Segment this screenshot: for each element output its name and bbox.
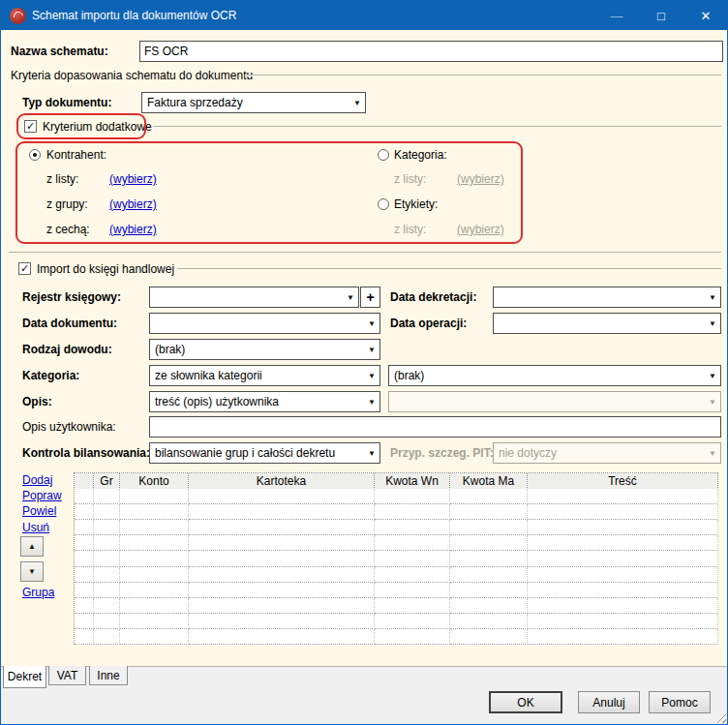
maximize-icon[interactable]: □ <box>642 1 681 30</box>
dodaj-link[interactable]: Dodaj <box>22 473 52 487</box>
rodzaj-dowodu-combo[interactable]: (brak) ▼ <box>149 339 380 360</box>
kontrahent-zlisty-link[interactable]: (wybierz) <box>109 172 157 186</box>
import-checkbox[interactable]: ✓ <box>18 262 31 275</box>
table-cell[interactable] <box>75 629 94 645</box>
table-cell[interactable] <box>120 520 189 535</box>
table-cell[interactable] <box>528 567 718 583</box>
table-cell[interactable] <box>375 535 450 551</box>
table-cell[interactable] <box>189 504 375 520</box>
pomoc-button[interactable]: Pomoc <box>649 691 711 713</box>
table-cell[interactable] <box>94 583 120 598</box>
table-cell[interactable] <box>75 567 94 583</box>
table-cell[interactable] <box>120 551 189 566</box>
table-cell[interactable] <box>375 520 450 535</box>
table-cell[interactable] <box>450 583 528 598</box>
table-cell[interactable] <box>528 551 718 566</box>
table-cell[interactable] <box>375 567 450 583</box>
table-cell[interactable] <box>189 629 375 645</box>
table-cell[interactable] <box>94 614 120 629</box>
popraw-link[interactable]: Popraw <box>22 489 62 502</box>
table-cell[interactable] <box>528 583 718 598</box>
decree-table[interactable]: GrKontoKartotekaKwota WnKwota MaTreść <box>74 472 718 645</box>
etykiety-radio[interactable] <box>378 198 389 210</box>
etykiety-zlisty-link[interactable]: (wybierz) <box>457 223 504 236</box>
anuluj-button[interactable]: Anuluj <box>578 691 640 713</box>
minimize-icon[interactable]: — <box>597 1 636 30</box>
extra-criterion-checkbox[interactable]: ✓ <box>24 120 37 133</box>
table-cell[interactable] <box>94 598 120 614</box>
schema-name-input[interactable] <box>139 41 723 62</box>
tab-dekret[interactable]: Dekret <box>3 666 46 688</box>
table-cell[interactable] <box>528 504 718 520</box>
table-cell[interactable] <box>75 504 94 520</box>
table-cell[interactable] <box>94 520 120 535</box>
table-cell[interactable] <box>94 489 120 504</box>
table-cell[interactable] <box>375 489 450 504</box>
table-cell[interactable] <box>375 583 450 598</box>
table-cell[interactable] <box>450 629 528 645</box>
doc-type-combo[interactable]: Faktura sprzedaży ▼ <box>141 92 366 113</box>
table-cell[interactable] <box>375 551 450 566</box>
table-cell[interactable] <box>375 614 450 629</box>
table-cell[interactable] <box>120 567 189 583</box>
table-cell[interactable] <box>189 598 375 614</box>
data-dekretacji-combo[interactable]: ▼ <box>493 287 721 308</box>
opis-combo[interactable]: treść (opis) użytkownika ▼ <box>149 391 380 412</box>
table-cell[interactable] <box>94 504 120 520</box>
table-cell[interactable] <box>120 583 189 598</box>
table-cell[interactable] <box>450 489 528 504</box>
rejestr-add-button[interactable]: + <box>360 287 380 308</box>
table-cell[interactable] <box>75 583 94 598</box>
table-cell[interactable] <box>450 567 528 583</box>
table-cell[interactable] <box>120 489 189 504</box>
kontrahent-zgrupy-link[interactable]: (wybierz) <box>109 197 157 211</box>
resize-grip-icon[interactable] <box>714 711 726 723</box>
table-cell[interactable] <box>450 504 528 520</box>
ok-button[interactable]: OK <box>489 691 562 713</box>
table-cell[interactable] <box>120 598 189 614</box>
usun-link[interactable]: Usuń <box>22 521 49 534</box>
table-cell[interactable] <box>528 614 718 629</box>
move-up-button[interactable]: ▲ <box>20 536 44 557</box>
table-cell[interactable] <box>528 520 718 535</box>
table-cell[interactable] <box>94 535 120 551</box>
table-cell[interactable] <box>528 489 718 504</box>
table-cell[interactable] <box>528 535 718 551</box>
kategoria-combo-2[interactable]: (brak) ▼ <box>388 365 721 386</box>
tab-inne[interactable]: Inne <box>89 666 128 685</box>
data-dokumentu-combo[interactable]: ▼ <box>149 313 380 334</box>
table-cell[interactable] <box>75 614 94 629</box>
table-cell[interactable] <box>375 598 450 614</box>
table-cell[interactable] <box>189 489 375 504</box>
table-cell[interactable] <box>450 520 528 535</box>
table-cell[interactable] <box>189 567 375 583</box>
table-cell[interactable] <box>120 629 189 645</box>
kategoria-combo[interactable]: ze słownika kategorii ▼ <box>149 365 380 386</box>
move-down-button[interactable]: ▼ <box>20 561 44 582</box>
table-cell[interactable] <box>120 535 189 551</box>
kontrahent-radio[interactable] <box>29 149 41 161</box>
table-cell[interactable] <box>75 520 94 535</box>
tab-vat[interactable]: VAT <box>48 666 86 685</box>
table-cell[interactable] <box>120 504 189 520</box>
table-cell[interactable] <box>450 535 528 551</box>
opis-uzytkownika-input[interactable] <box>149 416 721 438</box>
data-operacji-combo[interactable]: ▼ <box>493 313 721 334</box>
table-cell[interactable] <box>450 598 528 614</box>
table-cell[interactable] <box>75 535 94 551</box>
kategoria-radio[interactable] <box>378 149 389 161</box>
table-cell[interactable] <box>528 598 718 614</box>
table-cell[interactable] <box>94 629 120 645</box>
table-cell[interactable] <box>528 629 718 645</box>
kategoria-zlisty-link[interactable]: (wybierz) <box>457 172 504 186</box>
table-cell[interactable] <box>75 489 94 504</box>
grupa-link[interactable]: Grupa <box>22 586 54 599</box>
table-cell[interactable] <box>120 614 189 629</box>
table-cell[interactable] <box>375 504 450 520</box>
table-cell[interactable] <box>189 583 375 598</box>
table-cell[interactable] <box>189 614 375 629</box>
table-cell[interactable] <box>189 535 375 551</box>
table-cell[interactable] <box>450 614 528 629</box>
table-cell[interactable] <box>450 551 528 566</box>
close-icon[interactable]: ✕ <box>686 1 725 30</box>
